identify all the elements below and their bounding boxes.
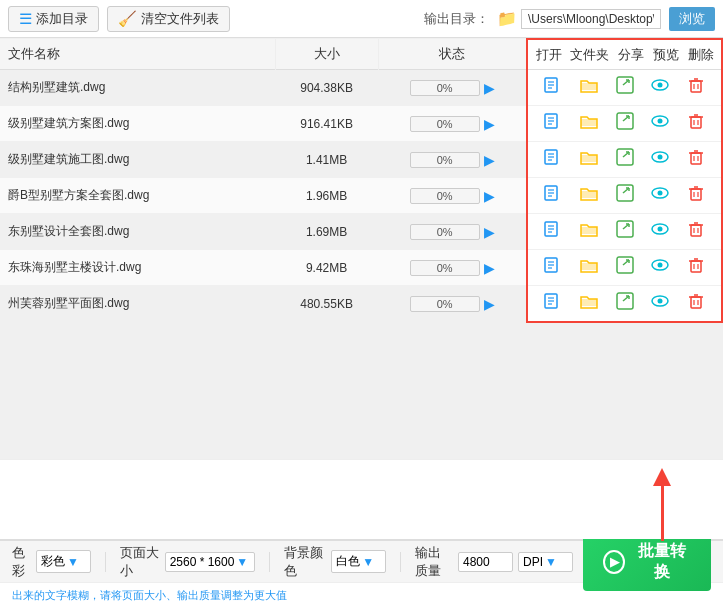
table-row: 爵B型别墅方案全套图.dwg 1.96MB 0% ▶ bbox=[0, 178, 722, 214]
action-icons-group bbox=[536, 219, 713, 244]
quality-control: 输出质量 4800 DPI ▼ bbox=[415, 544, 573, 580]
divider-1 bbox=[105, 552, 106, 572]
clear-btn-label: 清空文件列表 bbox=[141, 10, 219, 28]
svg-rect-62 bbox=[691, 261, 701, 272]
share-icon[interactable] bbox=[611, 183, 639, 208]
preview-icon[interactable] bbox=[646, 291, 674, 316]
page-dropdown-icon: ▼ bbox=[236, 555, 248, 569]
delete-icon[interactable] bbox=[682, 255, 710, 280]
progress-arrow-icon[interactable]: ▶ bbox=[484, 188, 495, 204]
quality-label: 输出质量 bbox=[415, 544, 453, 580]
preview-icon[interactable] bbox=[646, 255, 674, 280]
open-folder-icon[interactable] bbox=[575, 255, 603, 280]
share-icon[interactable] bbox=[611, 75, 639, 100]
open-folder-icon[interactable] bbox=[575, 147, 603, 172]
open-folder-icon[interactable] bbox=[575, 111, 603, 136]
svg-point-39 bbox=[658, 191, 663, 196]
add-directory-button[interactable]: ☰ 添加目录 bbox=[8, 6, 99, 32]
action-icons-group bbox=[536, 75, 713, 100]
table-row: 州芙蓉别墅平面图.dwg 480.55KB 0% ▶ bbox=[0, 286, 722, 323]
share-icon[interactable] bbox=[611, 219, 639, 244]
header-folder: 文件夹 bbox=[570, 46, 609, 64]
bg-dropdown-icon: ▼ bbox=[362, 555, 374, 569]
progress-arrow-icon[interactable]: ▶ bbox=[484, 116, 495, 132]
dpi-select[interactable]: DPI ▼ bbox=[518, 552, 573, 572]
share-icon[interactable] bbox=[611, 291, 639, 316]
share-icon[interactable] bbox=[611, 111, 639, 136]
svg-rect-4 bbox=[617, 77, 633, 93]
quality-select[interactable]: 4800 bbox=[458, 552, 513, 572]
delete-icon[interactable] bbox=[682, 291, 710, 316]
open-file-icon[interactable] bbox=[539, 183, 567, 208]
bg-select[interactable]: 白色 ▼ bbox=[331, 550, 386, 573]
file-size: 1.69MB bbox=[275, 214, 378, 250]
progress-arrow-icon[interactable]: ▶ bbox=[484, 260, 495, 276]
action-icons-group bbox=[536, 291, 713, 316]
action-icons-group bbox=[536, 111, 713, 136]
open-file-icon[interactable] bbox=[539, 255, 567, 280]
open-file-icon[interactable] bbox=[539, 291, 567, 316]
svg-rect-59 bbox=[617, 257, 633, 273]
preview-icon[interactable] bbox=[646, 219, 674, 244]
svg-rect-73 bbox=[691, 297, 701, 308]
page-size-control: 页面大小 2560 * 1600 ▼ bbox=[120, 544, 255, 580]
progress-text: 0% bbox=[411, 117, 479, 131]
file-list-area: 文件名称 大小 状态 打开 文件夹 分享 预览 删除 结 bbox=[0, 38, 723, 459]
file-size: 1.96MB bbox=[275, 178, 378, 214]
page-size-select[interactable]: 2560 * 1600 ▼ bbox=[165, 552, 255, 572]
progress-bar: 0% bbox=[410, 224, 480, 240]
progress-arrow-icon[interactable]: ▶ bbox=[484, 80, 495, 96]
progress-arrow-icon[interactable]: ▶ bbox=[484, 224, 495, 240]
open-file-icon[interactable] bbox=[539, 147, 567, 172]
delete-icon[interactable] bbox=[682, 183, 710, 208]
convert-button[interactable]: ▶ 批量转换 bbox=[583, 533, 711, 591]
svg-rect-37 bbox=[617, 185, 633, 201]
svg-point-50 bbox=[658, 227, 663, 232]
action-icons-cell bbox=[527, 178, 722, 214]
delete-icon[interactable] bbox=[682, 111, 710, 136]
delete-icon[interactable] bbox=[682, 75, 710, 100]
open-folder-icon[interactable] bbox=[575, 219, 603, 244]
open-folder-icon[interactable] bbox=[575, 183, 603, 208]
open-file-icon[interactable] bbox=[539, 219, 567, 244]
share-icon[interactable] bbox=[611, 147, 639, 172]
progress-bar: 0% bbox=[410, 152, 480, 168]
preview-icon[interactable] bbox=[646, 111, 674, 136]
share-icon[interactable] bbox=[611, 255, 639, 280]
file-size: 904.38KB bbox=[275, 70, 378, 106]
action-icons-cell bbox=[527, 142, 722, 178]
svg-rect-18 bbox=[691, 117, 701, 128]
svg-rect-48 bbox=[617, 221, 633, 237]
progress-bar: 0% bbox=[410, 80, 480, 96]
output-path-group: 📁 bbox=[497, 9, 661, 29]
action-icons-cell bbox=[527, 214, 722, 250]
open-folder-icon[interactable] bbox=[575, 291, 603, 316]
clear-list-button[interactable]: 🧹 清空文件列表 bbox=[107, 6, 230, 32]
svg-rect-26 bbox=[617, 149, 633, 165]
svg-rect-51 bbox=[691, 225, 701, 236]
open-file-icon[interactable] bbox=[539, 111, 567, 136]
bg-label: 背景颜色 bbox=[284, 544, 327, 580]
delete-icon[interactable] bbox=[682, 147, 710, 172]
clear-icon: 🧹 bbox=[118, 10, 137, 28]
open-file-icon[interactable] bbox=[539, 75, 567, 100]
open-folder-icon[interactable] bbox=[575, 75, 603, 100]
color-select[interactable]: 彩色 ▼ bbox=[36, 550, 91, 573]
svg-point-6 bbox=[658, 83, 663, 88]
progress-bar: 0% bbox=[410, 188, 480, 204]
file-size: 9.42MB bbox=[275, 250, 378, 286]
preview-icon[interactable] bbox=[646, 147, 674, 172]
progress-arrow-icon[interactable]: ▶ bbox=[484, 296, 495, 312]
delete-icon[interactable] bbox=[682, 219, 710, 244]
action-icons-group bbox=[536, 183, 713, 208]
browse-button[interactable]: 浏览 bbox=[669, 7, 715, 31]
quality-value: 4800 bbox=[463, 555, 490, 569]
svg-rect-70 bbox=[617, 293, 633, 309]
preview-icon[interactable] bbox=[646, 75, 674, 100]
preview-icon[interactable] bbox=[646, 183, 674, 208]
table-row: 级别墅建筑方案图.dwg 916.41KB 0% ▶ bbox=[0, 106, 722, 142]
file-name: 级别墅建筑方案图.dwg bbox=[0, 106, 275, 142]
header-open: 打开 bbox=[536, 46, 562, 64]
output-path-input[interactable] bbox=[521, 9, 661, 29]
progress-arrow-icon[interactable]: ▶ bbox=[484, 152, 495, 168]
